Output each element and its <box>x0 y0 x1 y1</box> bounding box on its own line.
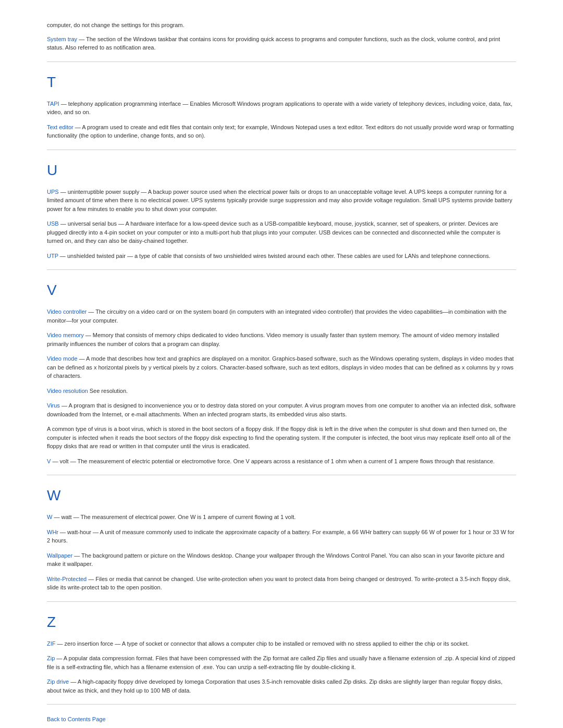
term-write-protected[interactable]: Write-Protected <box>47 576 87 582</box>
section-T: T TAPI — telephony application programmi… <box>47 71 516 140</box>
entry-UTP: UTP — unshielded twisted pair — a type o… <box>47 252 516 261</box>
def-zip: — A popular data compression format. Fil… <box>47 655 515 670</box>
back-to-contents-link[interactable]: Back to Contents Page <box>47 715 516 724</box>
system-tray-entry: System tray — The section of the Windows… <box>47 35 516 52</box>
divider-v <box>47 269 516 270</box>
def-video-resolution: See resolution. <box>88 388 128 394</box>
virus-detail-text: A common type of virus is a boot virus, … <box>47 425 516 451</box>
def-write-protected: — Files or media that cannot be changed.… <box>47 576 510 591</box>
system-tray-def: — The section of the Windows taskbar tha… <box>47 36 500 51</box>
term-UPS[interactable]: UPS <box>47 189 59 195</box>
def-video-controller: — The circuitry on a video card or on th… <box>47 309 507 324</box>
term-USB[interactable]: USB <box>47 220 59 227</box>
divider-w <box>47 475 516 475</box>
term-whr[interactable]: WHr <box>47 529 58 535</box>
term-text-editor[interactable]: Text editor <box>47 124 74 130</box>
entry-wallpaper: Wallpaper — The background pattern or pi… <box>47 551 516 569</box>
entry-text-editor: Text editor — A program used to create a… <box>47 123 516 140</box>
entry-whr: WHr — watt-hour — A unit of measure comm… <box>47 528 516 545</box>
letter-U: U <box>47 159 516 181</box>
letter-W: W <box>47 485 516 507</box>
term-zip-drive[interactable]: Zip drive <box>47 678 69 685</box>
entry-volt: V — volt — The measurement of electric p… <box>47 457 516 466</box>
entry-video-memory: Video memory — Memory that consists of m… <box>47 331 516 348</box>
divider-footer <box>47 704 516 705</box>
term-virus[interactable]: Virus <box>47 402 60 409</box>
entry-video-resolution: Video resolution See resolution. <box>47 387 516 396</box>
def-text-editor: — A program used to create and edit file… <box>47 124 514 139</box>
def-zip-drive: — A high-capacity floppy drive developed… <box>47 678 503 694</box>
term-UTP[interactable]: UTP <box>47 253 58 259</box>
entry-zip: Zip — A popular data compression format.… <box>47 654 516 671</box>
entry-USB: USB — universal serial bus — A hardware … <box>47 219 516 245</box>
entry-ZIF: ZIF — zero insertion force — A type of s… <box>47 639 516 648</box>
term-zip[interactable]: Zip <box>47 655 55 661</box>
def-wallpaper: — The background pattern or picture on t… <box>47 552 504 567</box>
letter-V: V <box>47 279 516 301</box>
section-U: U UPS — uninterruptible power supply — A… <box>47 159 516 261</box>
def-USB: — universal serial bus — A hardware inte… <box>47 220 500 244</box>
entry-video-controller: Video controller — The circuitry on a vi… <box>47 307 516 325</box>
def-video-memory: — Memory that consists of memory chips d… <box>47 332 499 347</box>
intro-line1: computer, do not change the settings for… <box>47 21 516 30</box>
section-Z: Z ZIF — zero insertion force — A type of… <box>47 611 516 695</box>
def-UPS: — uninterruptible power supply — A backu… <box>47 189 512 212</box>
entry-UPS: UPS — uninterruptible power supply — A b… <box>47 188 516 214</box>
def-UTP: — unshielded twisted pair — a type of ca… <box>58 253 491 259</box>
entry-TAPI: TAPI — telephony application programming… <box>47 100 516 117</box>
entry-video-mode: Video mode — A mode that describes how t… <box>47 354 516 380</box>
entry-virus-detail: A common type of virus is a boot virus, … <box>47 425 516 451</box>
term-ZIF[interactable]: ZIF <box>47 640 56 647</box>
def-TAPI: — telephony application programming inte… <box>47 101 512 116</box>
term-video-resolution[interactable]: Video resolution <box>47 388 88 394</box>
def-video-mode: — A mode that describes how text and gra… <box>47 355 514 379</box>
system-tray-link[interactable]: System tray <box>47 36 77 42</box>
def-ZIF: — zero insertion force — A type of socke… <box>56 640 469 647</box>
entry-virus: Virus — A program that is designed to in… <box>47 401 516 418</box>
entry-zip-drive: Zip drive — A high-capacity floppy drive… <box>47 677 516 695</box>
section-W: W W — watt — The measurement of electric… <box>47 485 516 592</box>
entry-write-protected: Write-Protected — Files or media that ca… <box>47 575 516 592</box>
divider-z <box>47 601 516 602</box>
section-V: V Video controller — The circuitry on a … <box>47 279 516 465</box>
divider-u <box>47 150 516 150</box>
term-video-controller[interactable]: Video controller <box>47 309 87 315</box>
def-watt: — watt — The measurement of electrical p… <box>52 514 296 520</box>
def-whr: — watt-hour — A unit of measure commonly… <box>47 529 515 544</box>
term-watt[interactable]: W <box>47 514 52 520</box>
term-wallpaper[interactable]: Wallpaper <box>47 552 72 559</box>
term-TAPI[interactable]: TAPI <box>47 101 59 107</box>
term-video-mode[interactable]: Video mode <box>47 355 78 362</box>
letter-T: T <box>47 71 516 93</box>
def-volt: — volt — The measurement of electric pot… <box>51 458 495 464</box>
term-video-memory[interactable]: Video memory <box>47 332 84 338</box>
def-virus: — A program that is designed to inconven… <box>47 402 516 417</box>
divider-t <box>47 61 516 62</box>
letter-Z: Z <box>47 611 516 633</box>
entry-watt: W — watt — The measurement of electrical… <box>47 513 516 522</box>
